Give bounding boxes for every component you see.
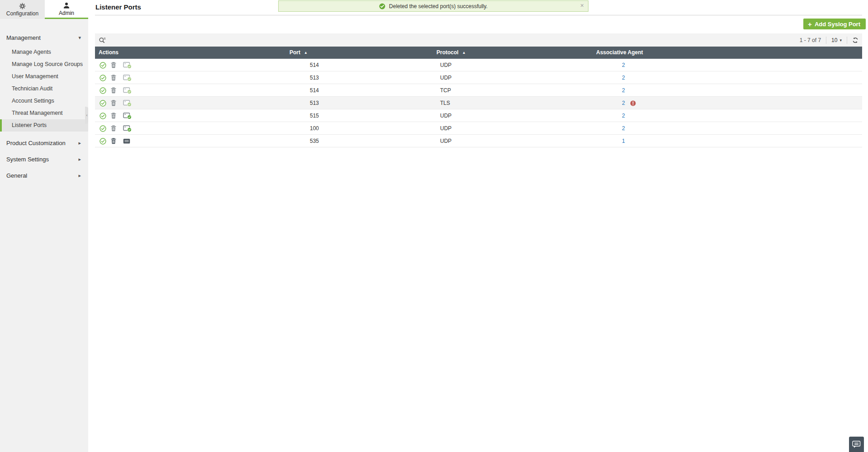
port-value: 100 xyxy=(310,122,319,135)
associative-agent-link[interactable]: 2 xyxy=(622,62,625,68)
table-row: 513 UDP 2 xyxy=(95,71,862,84)
table-body: 514 UDP 2 xyxy=(95,59,862,147)
sidebar-item-threat-management[interactable]: Threat Management xyxy=(0,107,88,119)
listener-status-icon[interactable] xyxy=(123,138,132,144)
delete-port-icon[interactable] xyxy=(111,75,116,81)
module-tabs: Configuration Admin xyxy=(0,0,88,19)
associative-agent-link[interactable]: 1 xyxy=(622,138,625,144)
column-header-port[interactable]: Port▲ xyxy=(289,47,308,59)
sort-asc-icon: ▲ xyxy=(462,51,466,55)
associative-agent-link[interactable]: 2 xyxy=(622,100,625,106)
sidebar-item-manage-log-source-groups[interactable]: Manage Log Source Groups xyxy=(0,58,88,71)
chat-bubble-icon xyxy=(852,441,861,448)
sort-asc-icon: ▲ xyxy=(304,51,308,55)
search-icon[interactable] xyxy=(99,37,106,44)
protocol-value: UDP xyxy=(440,109,451,122)
sidebar-section-label: Management xyxy=(6,34,41,41)
close-icon[interactable]: × xyxy=(580,2,584,9)
port-value: 513 xyxy=(310,71,319,84)
enable-port-icon[interactable] xyxy=(100,138,106,145)
listener-status-icon[interactable] xyxy=(123,125,132,132)
gear-icon xyxy=(19,2,26,9)
associative-agent-link[interactable]: 2 xyxy=(622,87,625,94)
list-toolbar: 1 - 7 of 7 10 ▾ xyxy=(95,33,862,47)
row-actions xyxy=(100,71,132,84)
column-header-associative-agent: Associative Agent xyxy=(596,47,643,59)
agent-cell: 2 xyxy=(622,109,625,122)
toolbar-divider xyxy=(826,37,826,44)
chevron-down-icon: ▾ xyxy=(840,38,842,42)
sidebar-item-account-settings[interactable]: Account Settings xyxy=(0,95,88,107)
protocol-value: UDP xyxy=(440,59,451,71)
column-label: Port xyxy=(289,49,300,56)
sidebar-item-listener-ports[interactable]: Listener Ports xyxy=(0,119,88,132)
delete-port-icon[interactable] xyxy=(111,100,116,106)
sidebar-management-items: Manage Agents Manage Log Source Groups U… xyxy=(0,46,88,132)
chevron-right-icon: ▸ xyxy=(78,173,81,179)
chevron-right-icon: ▸ xyxy=(78,140,81,146)
tab-configuration[interactable]: Configuration xyxy=(0,0,45,19)
listener-status-icon[interactable] xyxy=(123,99,132,107)
enable-port-icon[interactable] xyxy=(100,100,106,107)
sidebar-item-user-management[interactable]: User Management xyxy=(0,71,88,83)
chat-support-button[interactable] xyxy=(849,437,864,452)
sidebar-item-manage-agents[interactable]: Manage Agents xyxy=(0,46,88,58)
success-toast: Deleted the selected port(s) successfull… xyxy=(278,0,588,12)
tab-label: Configuration xyxy=(6,10,38,17)
protocol-value: UDP xyxy=(440,135,451,147)
port-value: 535 xyxy=(310,135,319,147)
listener-status-icon[interactable] xyxy=(123,112,132,119)
sidebar-section-system-settings[interactable]: System Settings ▸ xyxy=(0,152,88,166)
enable-port-icon[interactable] xyxy=(100,113,106,119)
sidebar-section-general[interactable]: General ▸ xyxy=(0,169,88,182)
row-actions xyxy=(100,84,132,97)
sidebar-section-product-customization[interactable]: Product Customization ▸ xyxy=(0,136,88,150)
enable-port-icon[interactable] xyxy=(100,87,106,94)
listener-status-icon[interactable] xyxy=(123,74,132,81)
agent-cell: 2 xyxy=(622,97,636,109)
success-check-icon xyxy=(379,3,385,9)
column-label: Protocol xyxy=(436,49,459,56)
enable-port-icon[interactable] xyxy=(100,125,106,132)
plus-icon: + xyxy=(808,21,812,28)
protocol-value: UDP xyxy=(440,71,451,84)
associative-agent-link[interactable]: 2 xyxy=(622,75,625,81)
sidebar-section-management[interactable]: Management ▾ xyxy=(0,31,88,44)
enable-port-icon[interactable] xyxy=(100,75,106,81)
row-actions xyxy=(100,97,132,109)
protocol-value: UDP xyxy=(440,122,451,135)
delete-port-icon[interactable] xyxy=(111,113,116,119)
row-actions xyxy=(100,109,132,122)
add-syslog-port-button[interactable]: + Add Syslog Port xyxy=(803,19,866,29)
enable-port-icon[interactable] xyxy=(100,62,106,69)
listener-status-icon[interactable] xyxy=(123,87,132,94)
title-divider xyxy=(95,15,862,15)
protocol-value: TCP xyxy=(440,84,451,97)
tab-admin[interactable]: Admin xyxy=(45,0,88,19)
listener-status-icon[interactable] xyxy=(123,61,132,69)
pagination-range: 1 - 7 of 7 xyxy=(800,37,821,43)
sidebar-item-technician-audit[interactable]: Technician Audit xyxy=(0,83,88,95)
delete-port-icon[interactable] xyxy=(111,87,116,94)
agent-cell: 2 xyxy=(622,59,625,71)
toast-message: Deleted the selected port(s) successfull… xyxy=(389,3,488,9)
table-row: 513 TLS 2 xyxy=(95,97,862,109)
column-header-protocol[interactable]: Protocol▲ xyxy=(436,47,466,59)
port-value: 514 xyxy=(310,84,319,97)
associative-agent-link[interactable]: 2 xyxy=(622,125,625,132)
toolbar-divider xyxy=(847,37,847,44)
table-row: 515 UDP 2 xyxy=(95,109,862,122)
delete-port-icon[interactable] xyxy=(111,62,116,68)
associative-agent-link[interactable]: 2 xyxy=(622,113,625,119)
delete-port-icon[interactable] xyxy=(111,125,116,132)
main-content: Listener Ports + Add Syslog Port 1 - 7 o… xyxy=(88,0,868,452)
row-actions xyxy=(100,59,132,71)
table-row: 514 UDP 2 xyxy=(95,59,862,71)
add-button-label: Add Syslog Port xyxy=(815,21,860,28)
delete-port-icon[interactable] xyxy=(111,138,116,144)
refresh-icon[interactable] xyxy=(852,37,859,43)
page-size-dropdown[interactable]: 10 ▾ xyxy=(831,37,842,43)
user-icon xyxy=(63,2,70,9)
agent-cell: 2 xyxy=(622,122,625,135)
sidebar: Management ▾ Manage Agents Manage Log So… xyxy=(0,19,88,452)
